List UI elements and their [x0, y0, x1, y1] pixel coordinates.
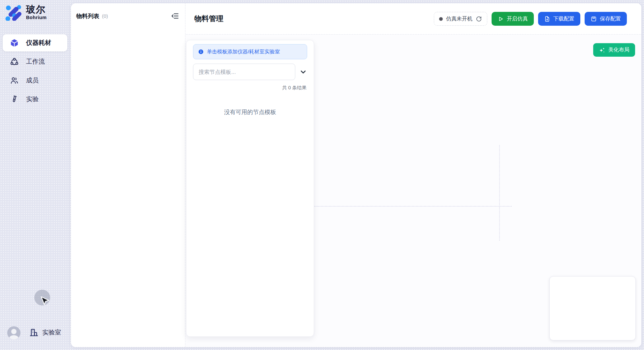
sidebar-item-label: 仪器耗材: [26, 39, 51, 47]
template-search-input[interactable]: [193, 64, 295, 80]
materials-panel-title: 物料列表: [76, 12, 99, 20]
sparkles-icon: [599, 47, 605, 53]
test-tube-icon: [10, 95, 19, 104]
sidebar-item-label: 成员: [26, 76, 39, 85]
node-template-panel: 单击模板添加仪器/耗材至实验室 共 0 条结果 没有可用的节点模板: [186, 40, 314, 337]
sidebar-nav: 仪器耗材 工作流 成员: [3, 34, 67, 109]
save-config-button[interactable]: 保存配置: [585, 12, 627, 26]
canvas-guide-line-vertical: [499, 145, 500, 241]
sidebar-item-workflow[interactable]: 工作流: [3, 53, 67, 70]
canvas-guide-line-horizontal: [313, 206, 512, 207]
simulation-status-label: 仿真未开机: [446, 15, 472, 22]
sidebar-item-label: 实验: [26, 95, 39, 103]
lab-footer-link[interactable]: 实验室: [29, 328, 61, 337]
lab-footer-label: 实验室: [42, 328, 61, 337]
sidebar-item-members[interactable]: 成员: [3, 72, 67, 89]
status-dot-icon: [439, 17, 443, 21]
materials-count: (0): [102, 13, 108, 19]
download-file-icon: [544, 16, 550, 22]
sidebar-item-experiments[interactable]: 实验: [3, 91, 67, 108]
sidebar-item-instruments[interactable]: 仪器耗材: [3, 34, 67, 51]
mouse-cursor: [40, 296, 49, 306]
chevron-down-icon[interactable]: [299, 68, 307, 76]
cube-icon: [10, 39, 19, 47]
bohrium-logo-icon: [5, 4, 21, 21]
template-hint-text: 单击模板添加仪器/耗材至实验室: [207, 48, 280, 55]
results-count-text: 共 0 条结果: [193, 85, 307, 91]
beautify-layout-button[interactable]: 美化布局: [593, 43, 635, 57]
simulation-status-chip[interactable]: 仿真未开机: [434, 12, 487, 26]
empty-state-text: 没有可用的节点模板: [193, 108, 307, 116]
collapse-panel-button[interactable]: [171, 12, 179, 20]
download-config-button[interactable]: 下载配置: [538, 12, 580, 26]
template-hint-banner: 单击模板添加仪器/耗材至实验室: [193, 44, 307, 59]
main-header: 物料管理 仿真未开机: [186, 3, 641, 35]
brand-name-en: Bohrium: [26, 15, 47, 20]
beautify-layout-label: 美化布局: [608, 46, 629, 53]
info-icon: [198, 49, 204, 55]
start-simulation-button[interactable]: 开启仿真: [492, 12, 534, 26]
refresh-icon[interactable]: [476, 16, 482, 22]
play-icon: [498, 16, 504, 22]
brand-logo: 玻尔 Bohrium: [5, 4, 47, 21]
page-title: 物料管理: [194, 14, 223, 24]
main-shell: 物料列表 (0) 物料管理 仿真未开机: [71, 3, 641, 347]
sidebar-item-label: 工作流: [26, 57, 45, 66]
building-icon: [29, 328, 39, 337]
members-icon: [10, 76, 19, 85]
save-icon: [591, 16, 597, 22]
workflow-icon: [10, 57, 19, 66]
main-area: 物料管理 仿真未开机: [186, 3, 641, 347]
lab-canvas[interactable]: 单击模板添加仪器/耗材至实验室 共 0 条结果 没有可用的节点模板: [186, 35, 641, 347]
canvas-minimap[interactable]: [549, 276, 636, 340]
brand-name-zh: 玻尔: [26, 4, 47, 15]
materials-panel: 物料列表 (0): [71, 3, 185, 347]
user-avatar[interactable]: [7, 326, 20, 339]
